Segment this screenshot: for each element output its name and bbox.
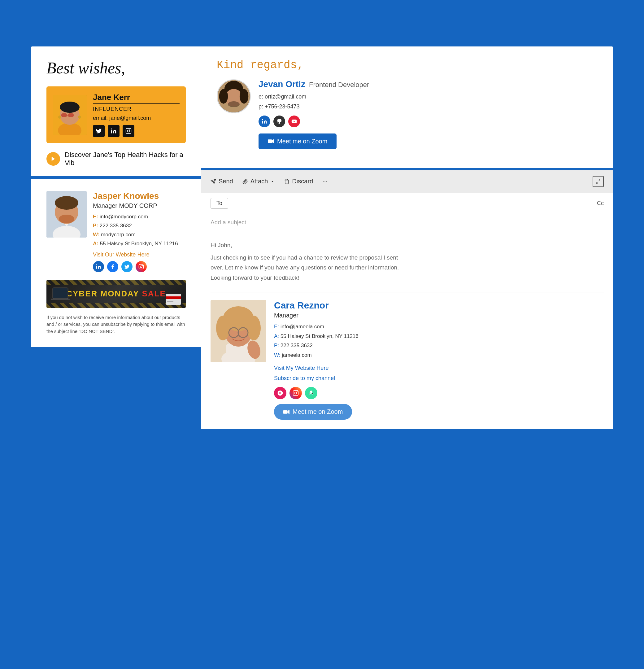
cara-website: W: jameela.com xyxy=(274,351,604,360)
cara-email: E: info@jameela.com xyxy=(274,322,604,332)
play-button[interactable] xyxy=(46,152,60,166)
svg-point-62 xyxy=(312,393,313,394)
jane-linkedin-icon[interactable] xyxy=(108,125,119,137)
jasper-name: Jasper Knowles xyxy=(93,191,186,201)
jasper-twitter-icon[interactable] xyxy=(121,261,132,272)
jevan-contact: e: ortiz@gmail.com p: +756-23-5473 xyxy=(259,92,598,112)
svg-point-23 xyxy=(142,265,143,266)
kind-regards-card: Kind regards, xyxy=(201,46,613,170)
jevan-info: Jevan Ortiz Frontend Developer e: ortiz@… xyxy=(259,79,598,149)
jasper-linkedin-icon[interactable] xyxy=(93,261,104,272)
jevan-signature: Jevan Ortiz Frontend Developer e: ortiz@… xyxy=(217,79,598,149)
svg-rect-21 xyxy=(139,264,144,269)
jasper-title: Manager MODY CORP xyxy=(93,202,186,209)
svg-point-33 xyxy=(219,89,228,103)
jevan-zoom-button[interactable]: Meet me on Zoom xyxy=(259,133,337,149)
svg-point-18 xyxy=(55,196,78,210)
jasper-card: Jasper Knowles Manager MODY CORP E: info… xyxy=(31,179,201,347)
jevan-linkedin-icon[interactable] xyxy=(259,115,270,127)
svg-point-56 xyxy=(295,392,297,394)
unsubscribe-text: If you do not wish to receive more infor… xyxy=(46,314,186,335)
body-greeting: Hi John, xyxy=(211,240,604,250)
body-line1: Just checking in to see if you had a cha… xyxy=(211,253,604,262)
subject-placeholder: Add a subject xyxy=(211,219,246,226)
jevan-github-icon[interactable] xyxy=(273,115,285,127)
cyber-banner-text: CYBER MONDAY SALE xyxy=(66,289,166,299)
svg-line-43 xyxy=(596,182,598,183)
cara-title: Manager xyxy=(274,312,604,319)
jane-title: INFLUENCER xyxy=(93,106,180,112)
cara-contact: E: info@jameela.com A: 55 Halsey St Broo… xyxy=(274,322,604,360)
jevan-photo xyxy=(217,79,251,113)
cara-photo xyxy=(211,300,266,362)
svg-marker-39 xyxy=(272,139,274,143)
discover-text: Discover Jane's Top Health Hacks for a V… xyxy=(65,151,186,167)
jasper-instagram-icon[interactable] xyxy=(135,261,147,272)
svg-line-42 xyxy=(599,180,600,181)
cara-instagram-icon[interactable] xyxy=(289,387,302,399)
cara-subscribe-link[interactable]: Subscride to my channel xyxy=(274,373,604,383)
jane-email: email: jane@gmail.com xyxy=(93,115,180,122)
compose-toolbar: Send Attach Discard ··· xyxy=(201,170,613,193)
right-panel: Kind regards, xyxy=(201,46,613,429)
svg-rect-63 xyxy=(283,410,287,414)
compose-subject-row[interactable]: Add a subject xyxy=(201,214,613,231)
jane-instagram-icon[interactable] xyxy=(123,125,134,137)
cara-yelp-icon[interactable] xyxy=(274,387,286,399)
cara-signature: Cara Reznor Manager E: info@jameela.com … xyxy=(211,292,604,420)
svg-point-12 xyxy=(129,129,130,130)
svg-rect-26 xyxy=(51,299,70,300)
svg-rect-55 xyxy=(293,390,299,396)
cara-address: A: 55 Halsey St Brooklyn, NY 11216 xyxy=(274,332,604,341)
svg-rect-38 xyxy=(268,139,272,143)
jane-twitter-icon[interactable] xyxy=(93,125,105,137)
jasper-signature: Jasper Knowles Manager MODY CORP E: info… xyxy=(46,191,186,272)
jasper-address: A: 55 Halsey St Brooklyn, NY 11216 xyxy=(93,239,186,248)
jane-signature-card: Jane Kerr INFLUENCER email: jane@gmail.c… xyxy=(46,86,186,143)
expand-compose-button[interactable] xyxy=(592,176,604,187)
send-button[interactable]: Send xyxy=(211,178,233,185)
jasper-socials xyxy=(93,261,186,272)
jane-photo xyxy=(53,95,87,135)
jasper-visit-link[interactable]: Visit Our Website Here xyxy=(93,252,186,258)
cara-name: Cara Reznor xyxy=(274,300,604,311)
svg-marker-64 xyxy=(287,410,289,414)
svg-point-49 xyxy=(216,316,230,340)
cara-signature-block: Cara Reznor Manager E: info@jameela.com … xyxy=(201,292,613,429)
to-badge: To xyxy=(211,198,228,209)
jevan-email: e: ortiz@gmail.com xyxy=(259,92,598,102)
compose-to-row: To Cc xyxy=(201,193,613,214)
jasper-facebook-icon[interactable] xyxy=(107,261,118,272)
jevan-phone: p: +756-23-5473 xyxy=(259,102,598,112)
svg-rect-4 xyxy=(68,113,74,117)
svg-rect-3 xyxy=(61,113,67,117)
cara-visit-link[interactable]: Visit My Website Here xyxy=(274,363,604,373)
cc-button[interactable]: Cc xyxy=(597,200,604,207)
discard-button[interactable]: Discard xyxy=(284,178,313,185)
svg-point-11 xyxy=(128,130,130,132)
body-line2: over. Let me know if you have any questi… xyxy=(211,262,604,273)
cara-info: Cara Reznor Manager E: info@jameela.com … xyxy=(274,300,604,420)
svg-point-9 xyxy=(111,129,112,129)
kind-regards-greeting: Kind regards, xyxy=(217,59,598,72)
to-input[interactable] xyxy=(233,200,592,207)
jevan-youtube-icon[interactable] xyxy=(288,115,300,127)
jasper-email: E: info@modycorp.com xyxy=(93,212,186,222)
jasper-web: W: modycorp.com xyxy=(93,230,186,239)
svg-point-7 xyxy=(58,115,61,119)
cara-phone: P: 222 335 3632 xyxy=(274,341,604,351)
more-options-button[interactable]: ··· xyxy=(322,178,328,185)
svg-point-8 xyxy=(78,115,81,119)
svg-point-20 xyxy=(96,264,97,265)
svg-point-60 xyxy=(310,390,312,393)
best-wishes-greeting: Best wishes, xyxy=(46,59,186,77)
jevan-name-row: Jevan Ortiz Frontend Developer xyxy=(259,79,598,89)
compose-body: Hi John, Just checking in to see if you … xyxy=(201,231,613,292)
cara-socials xyxy=(274,387,604,399)
jasper-info: Jasper Knowles Manager MODY CORP E: info… xyxy=(93,191,186,272)
svg-point-22 xyxy=(140,266,142,268)
cara-zoom-button[interactable]: Meet me on Zoom xyxy=(274,404,352,420)
cara-tripadvisor-icon[interactable] xyxy=(305,387,317,399)
attach-button[interactable]: Attach xyxy=(242,178,275,185)
body-line3: Looking forward to your feedback! xyxy=(211,273,604,283)
